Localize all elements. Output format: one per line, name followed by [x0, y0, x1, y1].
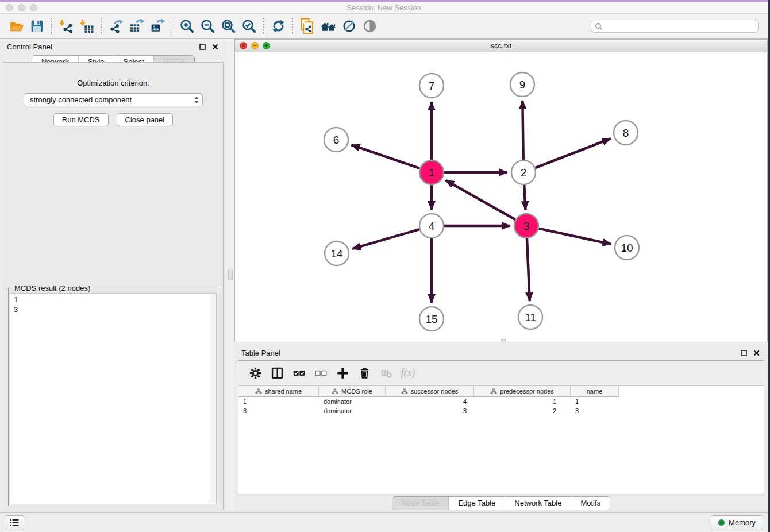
table-panel-title: Table Panel: [241, 349, 736, 357]
mcds-result-group: MCDS result (2 nodes) 1 3: [8, 288, 218, 506]
slash-circle-icon[interactable]: [340, 18, 357, 35]
export-table-icon[interactable]: [128, 18, 145, 35]
table-row[interactable]: 3dominator323: [238, 406, 764, 415]
app-window: Session: New Session: [0, 0, 768, 532]
network-close-button[interactable]: ×: [240, 42, 247, 49]
sort-tree-icon: [332, 388, 338, 395]
close-panel-icon[interactable]: [210, 42, 220, 51]
graph-node-label-3: 3: [523, 220, 530, 232]
memory-label: Memory: [729, 518, 756, 527]
float-table-panel-icon[interactable]: [739, 348, 748, 357]
column-header-successor-nodes[interactable]: successor nodes: [386, 386, 474, 397]
mcds-panel: Optimization criterion: strongly connect…: [3, 62, 224, 510]
deselect-all-icon[interactable]: [313, 365, 329, 381]
close-panel-button[interactable]: Close panel: [117, 113, 174, 126]
network-title: scc.txt: [235, 41, 767, 50]
graph-edge-2-9[interactable]: [522, 101, 523, 160]
graph-node-label-11: 11: [525, 311, 536, 323]
memory-button[interactable]: Memory: [711, 515, 763, 530]
criterion-select[interactable]: strongly connected component: [24, 93, 203, 106]
window-title: Session: New Session: [0, 3, 768, 12]
tab-network-table[interactable]: Network Table: [505, 497, 571, 510]
float-panel-icon[interactable]: [198, 42, 207, 51]
network-minimize-button[interactable]: −: [251, 42, 259, 49]
main-toolbar: [0, 14, 768, 39]
close-table-panel-icon[interactable]: [752, 348, 761, 357]
network-graph[interactable]: 7968124314101511: [235, 52, 767, 340]
graph-node-label-14: 14: [330, 248, 343, 260]
select-all-icon[interactable]: [291, 365, 307, 381]
table-header: shared nameMCDS rolesuccessor nodesprede…: [238, 386, 764, 397]
graph-edge-3-11[interactable]: [527, 238, 530, 301]
network-zoom-button[interactable]: +: [263, 42, 270, 49]
search-icon: [595, 22, 603, 30]
tab-edge-table[interactable]: Edge Table: [448, 497, 505, 510]
node-table[interactable]: shared nameMCDS rolesuccessor nodesprede…: [238, 386, 764, 494]
import-network-icon[interactable]: [57, 18, 75, 35]
search-field[interactable]: [591, 20, 759, 33]
tab-motifs[interactable]: Motifs: [571, 497, 610, 510]
columns-icon[interactable]: [269, 365, 285, 381]
zoom-fit-icon[interactable]: [220, 18, 237, 35]
graph-edge-2-8[interactable]: [536, 138, 611, 168]
desktop-background: [768, 0, 770, 532]
sort-tree-icon: [255, 388, 262, 395]
graph-node-label-1: 1: [429, 167, 435, 179]
export-image-icon[interactable]: [149, 18, 166, 35]
graph-node-label-7: 7: [429, 80, 435, 92]
delete-table-icon: [378, 365, 394, 381]
splitter-grip[interactable]: [228, 269, 233, 280]
table-toolbar: f(x): [238, 361, 764, 386]
graph-edge-4-14[interactable]: [352, 229, 419, 249]
mcds-result-lines: 1 3: [14, 295, 216, 314]
gear-icon[interactable]: [247, 365, 263, 381]
graph-node-label-2: 2: [521, 167, 527, 179]
table-row[interactable]: 1dominator411: [238, 397, 764, 406]
chevron-up-down-icon: [194, 97, 200, 103]
optimization-criterion-label: Optimization criterion:: [77, 79, 149, 87]
list-icon: [9, 517, 20, 529]
panel-splitter[interactable]: [226, 39, 234, 512]
sort-tree-icon: [490, 388, 497, 395]
graph-edge-1-6[interactable]: [351, 145, 419, 168]
folder-open-icon[interactable]: [7, 18, 25, 35]
column-header-name[interactable]: name: [571, 386, 619, 397]
column-header-MCDS-role[interactable]: MCDS role: [319, 386, 386, 397]
column-header-shared-name[interactable]: shared name: [238, 386, 319, 397]
home-icon[interactable]: [319, 18, 337, 35]
table-rows: 1dominator4113dominator323: [238, 397, 764, 415]
network-titlebar: × − + scc.txt: [235, 40, 767, 52]
zoom-in-icon[interactable]: [178, 18, 195, 35]
network-canvas[interactable]: 7968124314101511: [235, 52, 767, 342]
run-mcds-button[interactable]: Run MCDS: [53, 113, 109, 126]
sort-tree-icon: [401, 388, 408, 395]
table-tabbar: Node TableEdge TableNetwork TableMotifs: [234, 494, 768, 512]
save-icon[interactable]: [28, 18, 45, 35]
tab-node-table[interactable]: Node Table: [392, 497, 449, 510]
mcds-result-box[interactable]: 1 3: [10, 293, 217, 504]
network-resize-grip[interactable]: [501, 339, 506, 342]
copy-network-icon[interactable]: [299, 18, 316, 35]
task-history-button[interactable]: [5, 515, 24, 530]
graph-edge-3-10[interactable]: [538, 229, 611, 244]
trash-icon[interactable]: [356, 365, 372, 381]
zoom-out-icon[interactable]: [199, 18, 216, 35]
status-bar: Memory: [0, 512, 768, 532]
import-table-icon[interactable]: [78, 18, 95, 35]
refresh-icon[interactable]: [270, 18, 287, 35]
add-icon[interactable]: [334, 365, 351, 381]
graph-node-label-8: 8: [623, 127, 629, 139]
graph-edge-3-1[interactable]: [445, 180, 515, 219]
criterion-value: strongly connected component: [30, 95, 194, 104]
column-header-predecessor-nodes[interactable]: predecessor nodes: [474, 386, 571, 397]
network-window: × − + scc.txt 7968124314101511: [234, 39, 768, 342]
eye-icon[interactable]: [361, 18, 378, 35]
graph-edge-2-3[interactable]: [524, 185, 525, 210]
search-input[interactable]: [605, 22, 754, 31]
export-network-icon[interactable]: [107, 18, 125, 35]
control-panel: Control Panel NetworkStyleSelectMCDS Opt…: [0, 39, 226, 512]
graph-node-label-10: 10: [621, 242, 633, 254]
result-scrollbar[interactable]: [209, 294, 216, 504]
mcds-result-title: MCDS result (2 nodes): [12, 284, 93, 292]
zoom-selected-icon[interactable]: [240, 18, 257, 35]
